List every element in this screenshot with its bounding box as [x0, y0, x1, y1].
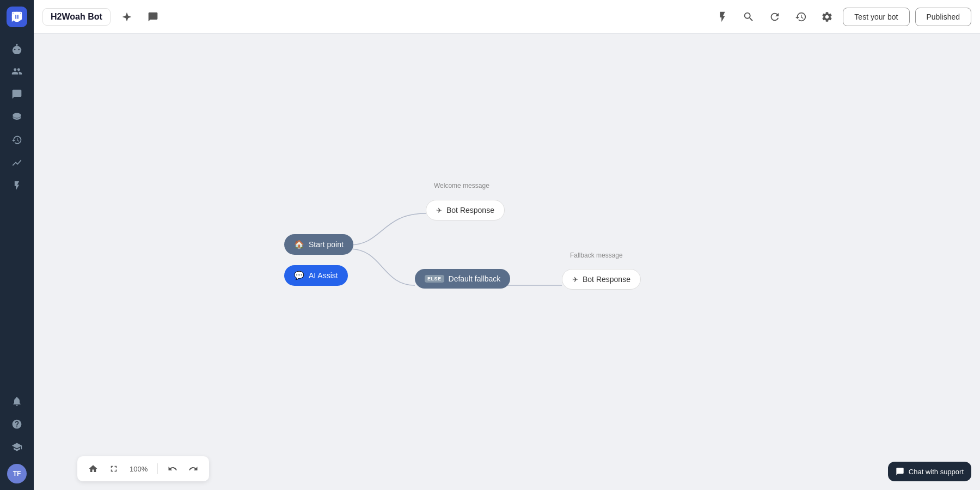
settings-icon[interactable]	[817, 7, 837, 27]
zoom-level: 100%	[126, 465, 151, 473]
default-fallback-node[interactable]: ELSE Default fallback	[415, 269, 510, 289]
search-icon[interactable]	[738, 7, 759, 27]
sidebar-item-notifications[interactable]	[7, 391, 27, 412]
ai-assist-label: AI Assist	[309, 271, 338, 280]
sidebar-item-learn[interactable]	[7, 437, 27, 457]
refresh-icon[interactable]	[764, 7, 785, 27]
start-point-label: Start point	[309, 240, 344, 249]
flow-container: Welcome message Fallback message 🏠 Start…	[34, 34, 980, 490]
sidebar-item-conversations[interactable]	[7, 84, 27, 105]
else-badge: ELSE	[425, 275, 444, 283]
sidebar-item-history[interactable]	[7, 130, 27, 150]
sparkle-button[interactable]	[117, 7, 137, 27]
sidebar-item-analytics[interactable]	[7, 152, 27, 173]
published-button[interactable]: Published	[915, 8, 972, 26]
sidebar-item-help[interactable]	[7, 414, 27, 434]
sidebar-item-data[interactable]	[7, 107, 27, 127]
header: H2Woah Bot Test your bot P	[34, 0, 980, 34]
main-content: H2Woah Bot Test your bot P	[34, 0, 980, 490]
welcome-message-label: Welcome message	[434, 182, 489, 189]
toolbar-divider	[157, 463, 158, 474]
header-right: Test your bot Published	[712, 7, 971, 27]
default-fallback-label: Default fallback	[449, 274, 501, 283]
redo-icon[interactable]	[185, 461, 201, 477]
home-icon: 🏠	[294, 240, 304, 249]
sidebar-item-bots[interactable]	[7, 38, 27, 59]
start-point-node[interactable]: 🏠 Start point	[284, 234, 353, 255]
bot-response-1-node[interactable]: ✈ Bot Response	[426, 200, 505, 220]
bot-response-2-label: Bot Response	[583, 275, 630, 284]
sidebar: TF	[0, 0, 34, 490]
bot-response-1-label: Bot Response	[446, 206, 494, 215]
ai-icon: 💬	[294, 271, 304, 280]
bottom-toolbar: 100%	[77, 456, 209, 481]
chat-mode-button[interactable]	[143, 7, 163, 27]
send-icon-1: ✈	[436, 206, 442, 215]
avatar[interactable]: TF	[7, 464, 27, 483]
fallback-message-label: Fallback message	[570, 252, 623, 259]
sidebar-item-contacts[interactable]	[7, 61, 27, 82]
bot-name[interactable]: H2Woah Bot	[42, 8, 111, 26]
ai-assist-node[interactable]: 💬 AI Assist	[284, 265, 348, 286]
flash-icon[interactable]	[712, 7, 733, 27]
flow-connections	[34, 34, 980, 490]
sidebar-bottom: TF	[7, 391, 27, 483]
sidebar-logo[interactable]	[7, 7, 27, 27]
flow-canvas[interactable]: Welcome message Fallback message 🏠 Start…	[34, 34, 980, 490]
chat-support-button[interactable]: Chat with support	[888, 462, 971, 481]
send-icon-2: ✈	[572, 275, 578, 284]
chat-support-label: Chat with support	[909, 468, 964, 476]
expand-icon[interactable]	[106, 461, 122, 477]
undo-icon[interactable]	[164, 461, 181, 477]
bot-response-2-node[interactable]: ✈ Bot Response	[562, 269, 641, 290]
sidebar-item-automation[interactable]	[7, 175, 27, 196]
history-icon[interactable]	[791, 7, 811, 27]
test-bot-button[interactable]: Test your bot	[843, 8, 909, 26]
home-toolbar-icon[interactable]	[85, 461, 101, 477]
